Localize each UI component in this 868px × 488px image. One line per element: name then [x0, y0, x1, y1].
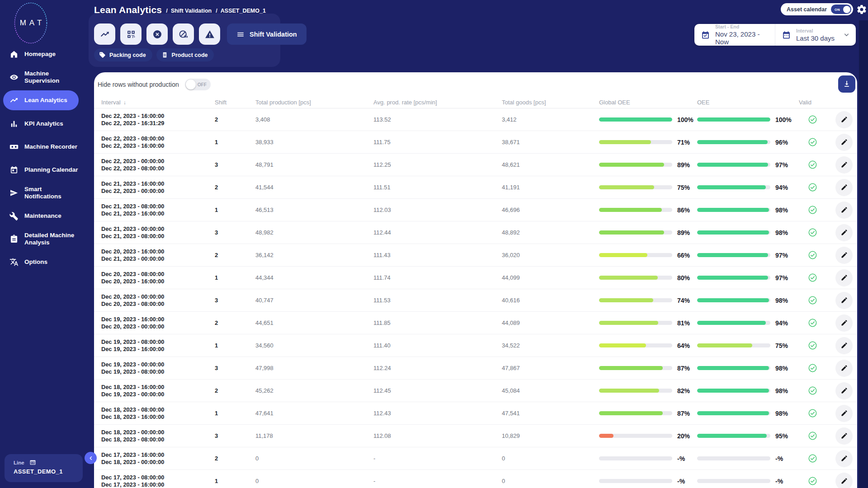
hide-rows-toggle[interactable]: OFF — [185, 79, 211, 90]
sidebar-item-detailed-machine-analysis[interactable]: Detailed Machine Analysis — [0, 227, 82, 250]
edit-row-button[interactable] — [835, 405, 853, 422]
valid-cell — [799, 341, 826, 350]
shift-validation-view-button[interactable]: Shift Validation — [227, 23, 307, 45]
warning-triangle-icon — [205, 29, 215, 39]
chip-product-code[interactable]: Product code — [156, 48, 214, 61]
interval-cell: Dec 22, 2023 - 08:00:00Dec 22, 2023 - 16… — [101, 135, 215, 150]
edit-row-button[interactable] — [835, 134, 853, 151]
pencil-icon — [840, 138, 848, 146]
actions-cell — [826, 202, 853, 219]
sidebar-item-homepage[interactable]: Homepage — [0, 42, 82, 66]
edit-row-button[interactable] — [835, 179, 853, 196]
edit-row-button[interactable] — [835, 156, 853, 174]
oee-percent: 96% — [775, 139, 788, 146]
warning-triangle-button[interactable] — [199, 23, 220, 45]
interval-end: Dec 18, 2023 - 00:00:00 — [101, 459, 215, 466]
edit-row-button[interactable] — [835, 292, 853, 309]
interval-end: Dec 21, 2023 - 16:00:00 — [101, 210, 215, 217]
sidebar-item-planning-calendar[interactable]: Planning Calendar — [0, 158, 82, 181]
start-end-field[interactable]: Start - End Nov 23, 2023 - Now — [694, 24, 775, 46]
chip-packing-code[interactable]: Packing code — [94, 48, 152, 61]
no-chart-button[interactable] — [173, 23, 194, 45]
actions-cell — [826, 314, 853, 332]
edit-row-button[interactable] — [835, 337, 853, 354]
pencil-icon — [840, 319, 848, 327]
actions-cell — [826, 427, 853, 445]
edit-row-button[interactable] — [835, 473, 853, 488]
total-goods-cell: 0 — [502, 455, 599, 462]
asset-calendar-label: Asset calendar — [787, 6, 827, 13]
asset-panel[interactable]: Line ASSET_DEMO_1 — [5, 454, 83, 482]
settings-gear-button[interactable] — [856, 4, 867, 15]
global-oee-bar — [599, 276, 672, 280]
breadcrumb-item-asset-demo-1[interactable]: ASSET_DEMO_1 — [221, 8, 266, 14]
edit-row-button[interactable] — [835, 224, 853, 241]
interval-start: Dec 20, 2023 - 08:00:00 — [101, 271, 215, 278]
pencil-icon — [840, 161, 848, 169]
total-production-cell: 36,142 — [255, 252, 373, 258]
column-header-interval[interactable]: Interval↓ — [101, 99, 215, 106]
edit-row-button[interactable] — [835, 247, 853, 264]
edit-row-button[interactable] — [835, 450, 853, 467]
sidebar-item-smart-notifications[interactable]: Smart Notifications — [0, 181, 82, 204]
sidebar-collapse-button[interactable] — [85, 452, 97, 464]
qr-code-button[interactable] — [120, 23, 142, 45]
global-oee-percent: 64% — [677, 342, 690, 349]
edit-row-button[interactable] — [835, 111, 853, 128]
total-production-cell: 40,747 — [255, 297, 373, 304]
valid-cell — [799, 183, 826, 192]
no-chart-icon — [179, 29, 189, 39]
interval-start: Dec 21, 2023 - 16:00:00 — [101, 180, 215, 188]
check-circle-icon — [808, 115, 817, 124]
chevron-down-icon — [843, 31, 850, 39]
global-oee-bar — [599, 479, 672, 483]
global-oee-percent: 87% — [677, 410, 690, 417]
trend-chart-button[interactable] — [94, 23, 115, 45]
avg-prod-rate-cell: 112.25 — [373, 161, 502, 168]
table-header: Interval↓ShiftTotal production [pcs]Avg.… — [94, 97, 857, 108]
oee-bar — [697, 366, 770, 370]
avg-prod-rate-cell: 111.74 — [373, 274, 502, 281]
total-production-cell: 38,933 — [255, 139, 373, 145]
sidebar: MAT HomepageMachine SupervisionLean Anal… — [0, 0, 82, 488]
actions-cell — [826, 269, 853, 286]
interval-field[interactable]: Interval Last 30 days — [775, 24, 856, 46]
interval-end: Dec 22, 2023 - 16:00:00 — [101, 142, 215, 150]
shift-cell: 2 — [215, 319, 255, 326]
edit-row-button[interactable] — [835, 427, 853, 445]
sidebar-item-machine-supervision[interactable]: Machine Supervision — [0, 66, 82, 89]
interval-start: Dec 21, 2023 - 08:00:00 — [101, 203, 215, 210]
interval-end: Dec 18, 2023 - 08:00:00 — [101, 436, 215, 443]
interval-cell: Dec 21, 2023 - 00:00:00Dec 21, 2023 - 08… — [101, 225, 215, 240]
sidebar-item-label: Lean Analytics — [24, 97, 67, 104]
global-oee-percent: 87% — [677, 365, 690, 372]
interval-start: Dec 17, 2023 - 08:00:00 — [101, 474, 215, 481]
column-header-valid: Valid — [799, 99, 826, 106]
avg-prod-rate-cell: 112.44 — [373, 229, 502, 236]
scrollbar-track[interactable] — [859, 20, 868, 488]
sidebar-item-options[interactable]: Options — [0, 250, 82, 273]
edit-row-button[interactable] — [835, 360, 853, 377]
column-header-avg-prod-rate-pcs-min: Avg. prod. rate [pcs/min] — [373, 99, 502, 106]
app-root: MAT HomepageMachine SupervisionLean Anal… — [0, 0, 868, 488]
breadcrumb-item-shift-validation[interactable]: Shift Validation — [171, 8, 212, 14]
global-oee-bar — [599, 366, 672, 370]
cancel-circle-button[interactable] — [146, 23, 168, 45]
sidebar-item-maintenance[interactable]: Maintenance — [0, 204, 82, 227]
column-header-oee: OEE — [697, 99, 799, 106]
sidebar-item-lean-analytics[interactable]: Lean Analytics — [3, 90, 79, 110]
download-button[interactable] — [838, 75, 855, 93]
oee-percent: 98% — [775, 206, 788, 214]
sidebar-item-kpi-analytics[interactable]: KPI Analytics — [0, 112, 82, 135]
edit-row-button[interactable] — [835, 314, 853, 332]
edit-row-button[interactable] — [835, 382, 853, 399]
asset-calendar-toggle[interactable]: ON — [831, 5, 851, 14]
interval-cell: Dec 18, 2023 - 08:00:00Dec 18, 2023 - 16… — [101, 406, 215, 421]
sidebar-item-machine-recorder[interactable]: Machine Recorder — [0, 135, 82, 158]
pencil-icon — [840, 432, 848, 440]
start-end-label: Start - End — [715, 24, 775, 29]
edit-row-button[interactable] — [835, 202, 853, 219]
home-icon — [9, 50, 19, 59]
table-body: Dec 22, 2023 - 16:00:00Dec 22, 2023 - 16… — [94, 108, 857, 488]
edit-row-button[interactable] — [835, 269, 853, 286]
